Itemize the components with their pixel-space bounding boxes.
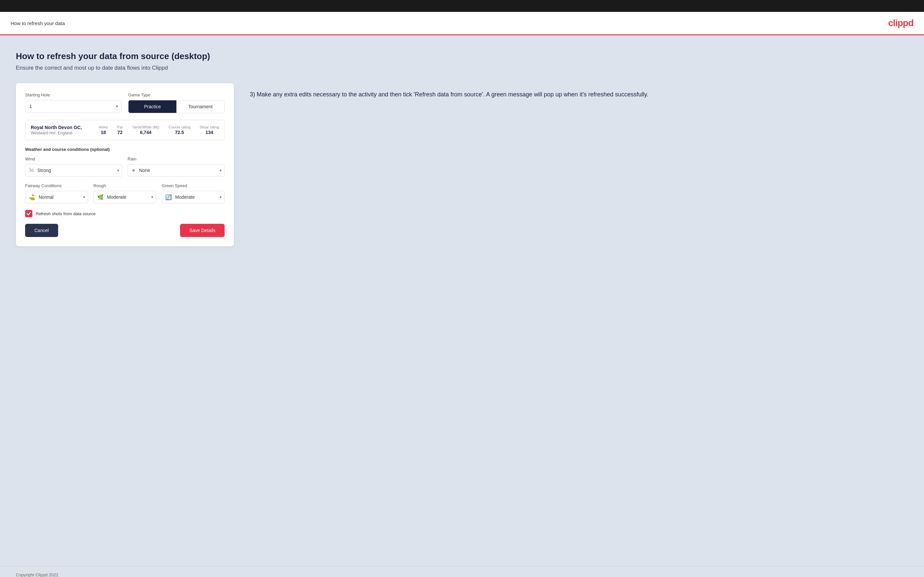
game-type-buttons: Practice Tournament [128,100,225,113]
checkmark-icon [26,211,31,216]
content-layout: Starting Hole 1 10 ▾ Game Type Practice … [16,83,908,246]
course-name: Royal North Devon GC, [31,125,82,130]
fairway-select-wrapper: ⛳ Normal Soft Firm ▾ [25,191,88,203]
holes-value: 18 [99,130,108,135]
holes-label: Holes [99,125,108,129]
starting-hole-wrapper: 1 10 ▾ [25,100,121,113]
wind-select[interactable]: Strong Light None [36,164,119,176]
refresh-checkbox-row: Refresh shots from data source [25,210,225,217]
starting-hole-select[interactable]: 1 10 [26,100,121,112]
wind-label: Wind [25,156,122,161]
fairway-field: Fairway Conditions ⛳ Normal Soft Firm ▾ [25,183,88,203]
rough-icon: 🌿 [97,194,104,200]
stat-slope-rating: Slope rating 134 [200,125,219,135]
conditions-heading: Weather and course conditions (optional) [25,147,225,152]
rain-icon: ☀ [131,168,136,174]
green-speed-icon: 🔄 [165,194,172,200]
fairway-label: Fairway Conditions [25,183,88,188]
course-info-box: Royal North Devon GC, Westward Ho!, Engl… [25,120,225,140]
game-type-col: Game Type Practice Tournament [128,92,225,113]
stat-course-rating: Course rating 72.5 [168,125,190,135]
green-speed-select[interactable]: Moderate Slow Fast [174,191,221,203]
refresh-label: Refresh shots from data source [36,211,95,216]
stat-par: Par 72 [117,125,123,135]
stat-yards: Yards/White (M)) 6,744 [132,125,159,135]
yards-value: 6,744 [132,130,159,135]
course-details: Royal North Devon GC, Westward Ho!, Engl… [31,125,82,135]
page-title: How to refresh your data from source (de… [16,51,908,61]
header-title: How to refresh your data [11,21,65,26]
conditions-row-3: Fairway Conditions ⛳ Normal Soft Firm ▾ … [25,183,225,203]
green-speed-label: Green Speed [162,183,225,188]
starting-hole-col: Starting Hole 1 10 ▾ [25,92,121,113]
main-content: How to refresh your data from source (de… [0,35,924,566]
save-button[interactable]: Save Details [180,224,225,237]
fairway-select[interactable]: Normal Soft Firm [37,191,84,203]
green-speed-field: Green Speed 🔄 Moderate Slow Fast ▾ [162,183,225,203]
course-rating-value: 72.5 [168,130,190,135]
slope-rating-label: Slope rating [200,125,219,129]
slope-rating-value: 134 [200,130,219,135]
rain-label: Rain [128,156,225,161]
rain-field: Rain ☀ None Light Heavy ▾ [128,156,225,177]
wind-select-wrapper: 🌬 Strong Light None ▾ [25,164,122,177]
cancel-button[interactable]: Cancel [25,224,58,237]
wind-field: Wind 🌬 Strong Light None ▾ [25,156,122,177]
wind-icon: 🌬 [29,168,34,173]
form-card: Starting Hole 1 10 ▾ Game Type Practice … [16,83,234,246]
rain-select-wrapper: ☀ None Light Heavy ▾ [128,164,225,177]
rain-select[interactable]: None Light Heavy [138,164,221,176]
course-location: Westward Ho!, England [31,131,82,135]
refresh-checkbox[interactable] [25,210,32,217]
footer: Copyright Clippd 2022 [0,566,924,577]
rough-label: Rough [94,183,157,188]
course-stats: Holes 18 Par 72 Yards/White (M)) 6,744 C… [99,125,219,135]
rough-select-wrapper: 🌿 Moderate Light Heavy ▾ [94,191,157,203]
header: How to refresh your data clippd [0,12,924,35]
top-fields-row: Starting Hole 1 10 ▾ Game Type Practice … [25,92,225,113]
top-bar [0,0,924,12]
practice-button[interactable]: Practice [129,100,176,113]
game-type-label: Game Type [128,92,225,97]
stat-holes: Holes 18 [99,125,108,135]
sidebar-text: 3) Make any extra edits necessary to the… [250,83,908,99]
green-speed-select-wrapper: 🔄 Moderate Slow Fast ▾ [162,191,225,203]
yards-label: Yards/White (M)) [132,125,159,129]
par-label: Par [117,125,123,129]
sidebar-instruction: 3) Make any extra edits necessary to the… [250,90,908,99]
starting-hole-label: Starting Hole [25,92,121,97]
fairway-icon: ⛳ [29,194,36,200]
wind-rain-row: Wind 🌬 Strong Light None ▾ Rain ☀ [25,156,225,177]
page-subtitle: Ensure the correct and most up to date d… [16,65,908,71]
tournament-button[interactable]: Tournament [176,100,224,113]
button-row: Cancel Save Details [25,224,225,237]
rough-field: Rough 🌿 Moderate Light Heavy ▾ [94,183,157,203]
course-rating-label: Course rating [168,125,190,129]
logo: clippd [888,18,913,28]
rough-select[interactable]: Moderate Light Heavy [106,191,153,203]
footer-text: Copyright Clippd 2022 [16,572,58,577]
par-value: 72 [117,130,123,135]
